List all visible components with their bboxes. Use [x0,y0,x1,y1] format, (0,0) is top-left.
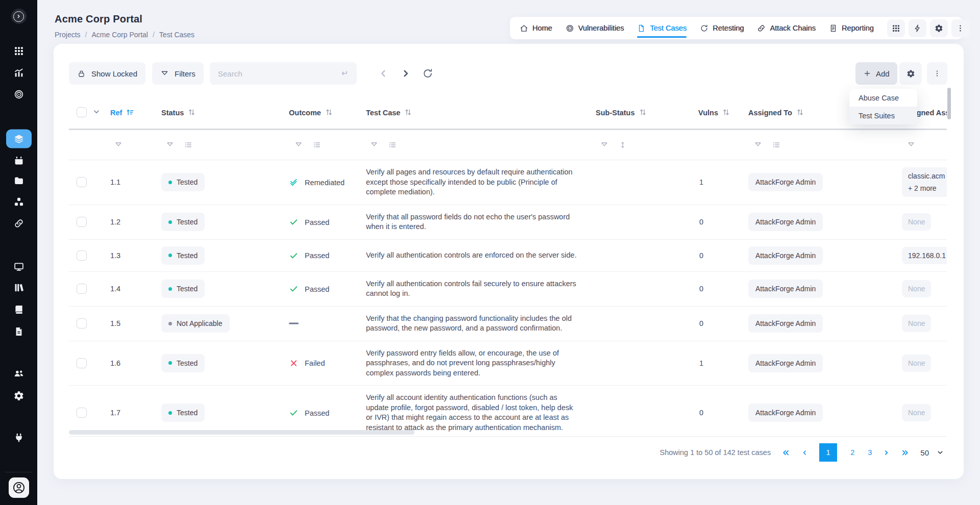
table-row[interactable]: 1.2TestedPassedVerify that all password … [69,205,947,239]
column-header-assigned-to[interactable]: Assigned To [748,108,804,117]
status-badge: Tested [161,246,205,265]
sidebar-item-modules[interactable] [13,197,24,208]
filter-funnel-icon[interactable] [295,141,303,149]
page-number[interactable]: 3 [868,448,872,457]
sidebar-item-projects[interactable] [13,175,24,186]
sidebar-item-integrations[interactable] [13,433,24,443]
next-page-icon[interactable] [883,449,890,457]
filter-row [69,130,947,160]
row-checkbox[interactable] [77,177,87,187]
sidebar-item-attack-chains[interactable] [13,218,24,229]
row-checkbox[interactable] [77,284,87,294]
add-button[interactable]: Add [855,62,897,85]
apps-grid-icon [13,46,24,57]
column-header-vulns[interactable]: Vulns [698,108,730,117]
sort-icon [404,108,412,117]
horizontal-scrollbar[interactable] [69,430,414,435]
table-row[interactable]: 1.4TestedPassedVerify all authentication… [69,271,947,306]
vertical-scrollbar[interactable] [947,88,951,119]
sidebar-item-users[interactable] [13,368,24,379]
apps-grid-button[interactable] [887,19,905,37]
table-settings-button[interactable] [899,62,922,85]
more-options-button[interactable] [927,62,947,85]
filter-funnel-icon[interactable] [600,141,608,149]
user-avatar[interactable] [9,477,29,498]
row-checkbox[interactable] [77,250,87,261]
column-header-ref[interactable]: Ref [110,108,134,117]
vulns-count: 1 [699,178,703,186]
layers-icon [6,130,32,148]
menu-item-test-suites[interactable]: Test Suites [849,107,917,124]
first-page-icon[interactable] [781,448,790,457]
test-case-text: Verify all account identity authenticati… [366,393,581,433]
show-locked-button[interactable]: Show Locked [69,62,145,85]
page-number-active[interactable]: 1 [819,443,837,462]
filter-list-icon[interactable] [388,141,397,149]
sidebar-item-settings[interactable] [13,391,24,401]
table-row[interactable]: 1.7TestedPassedVerify all account identi… [69,385,947,434]
filter-list-icon[interactable] [772,141,780,149]
sidebar-logo[interactable] [11,9,27,24]
filter-list-icon[interactable] [313,141,321,149]
sidebar-item-analytics[interactable] [13,68,24,79]
filters-button[interactable]: Filters [152,62,204,85]
sidebar-item-target[interactable] [13,89,24,100]
sidebar-item-apps[interactable] [13,46,24,57]
filter-funnel-icon[interactable] [114,141,122,149]
column-header-status[interactable]: Status [161,108,196,117]
sidebar-item-assets[interactable] [13,262,24,272]
sidebar-item-library[interactable] [13,283,24,293]
prev-page-arrow[interactable] [378,68,389,79]
ref-cell: 1.2 [110,218,120,226]
gear-icon [906,69,915,78]
tab-vulnerabilities[interactable]: Vulnerabilities [566,17,624,39]
tab-attack-chains[interactable]: Attack Chains [757,17,815,39]
column-header-outcome[interactable]: Outcome [289,108,333,117]
row-checkbox[interactable] [77,408,87,418]
filter-updown-icon[interactable] [619,141,627,149]
kebab-button[interactable] [951,19,969,37]
sidebar-item-knowledge-base[interactable] [13,305,24,315]
row-checkbox[interactable] [77,358,87,368]
column-header-test-case[interactable]: Test Case [366,108,412,117]
tab-reporting[interactable]: Reporting [829,17,874,39]
select-all-checkbox[interactable] [77,107,87,117]
kebab-icon [956,24,965,33]
table-row[interactable]: 1.3TestedPassedVerify all authentication… [69,239,947,271]
page-number[interactable]: 2 [850,448,854,457]
breadcrumb-item[interactable]: Acme Corp Portal [91,31,148,39]
next-page-arrow[interactable] [400,68,411,79]
tab-home[interactable]: Home [520,17,552,39]
filter-list-icon[interactable] [184,141,192,149]
refresh-icon[interactable] [422,68,433,79]
assigned-to-chip: AttackForge Admin [748,173,823,191]
chevron-down-icon[interactable] [92,107,101,116]
prev-page-icon[interactable] [801,449,808,457]
bolt-button[interactable] [909,19,926,37]
plus-icon [863,69,871,78]
refresh-icon [700,24,708,33]
table-row[interactable]: 1.5Not ApplicableVerify that the changin… [69,306,947,341]
page-size-select[interactable]: 50 [920,448,944,457]
search-input[interactable]: Search [210,62,357,85]
tab-retesting[interactable]: Retesting [700,17,744,39]
gear-button[interactable] [930,19,948,37]
breadcrumb-item[interactable]: Projects [55,31,81,39]
last-page-icon[interactable] [901,448,910,457]
sidebar-item-test-cases[interactable] [6,130,32,148]
sidebar-item-calendar[interactable] [13,156,24,166]
row-checkbox[interactable] [77,217,87,227]
breadcrumb-item[interactable]: Test Cases [159,31,194,39]
table-row[interactable]: 1.6TestedFailedVerify password entry fie… [69,341,947,386]
filter-funnel-icon[interactable] [754,141,762,149]
sidebar-item-documents[interactable] [13,326,24,337]
tab-test-cases[interactable]: Test Cases [637,17,687,39]
filter-funnel-icon[interactable] [166,141,174,149]
sort-icon [325,108,333,117]
menu-item-abuse-case[interactable]: Abuse Case [849,89,917,107]
filter-funnel-icon[interactable] [907,141,915,149]
column-header-sub-status[interactable]: Sub-Status [596,108,647,117]
table-row[interactable]: 1.1TestedRemediatedVerify all pages and … [69,160,947,205]
row-checkbox[interactable] [77,318,87,329]
filter-funnel-icon[interactable] [370,141,378,149]
